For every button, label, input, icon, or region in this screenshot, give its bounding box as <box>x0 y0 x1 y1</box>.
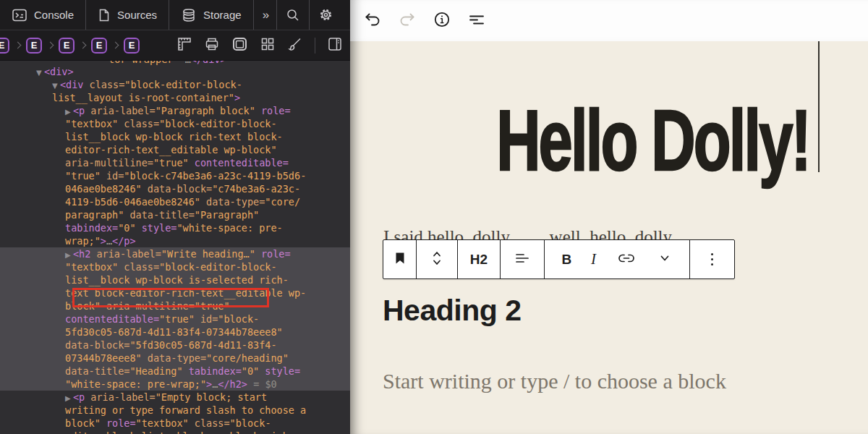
tab-storage[interactable]: Storage <box>169 0 254 30</box>
details-button[interactable] <box>433 12 451 30</box>
paintbrush-icon[interactable] <box>287 36 303 55</box>
code-token: > <box>101 235 106 247</box>
code-token: "Paragraph block" <box>156 105 261 116</box>
more-tabs-button[interactable]: » <box>254 0 277 30</box>
code-token: style= <box>142 222 177 234</box>
code-token: "white-space: pre- <box>176 222 282 234</box>
dom-line[interactable]: contenteditable="true" id="block- <box>0 312 350 326</box>
dom-line[interactable]: paragraph" data-title="Paragraph" <box>0 208 350 221</box>
search-button[interactable] <box>277 0 310 30</box>
disclosure-arrow-icon: ▶ <box>65 394 73 402</box>
breadcrumb-element-badge[interactable]: E <box>91 38 107 54</box>
code-token: paragraph" <box>65 209 129 221</box>
disclosure-arrow-icon: ▶ <box>65 251 73 259</box>
code-token: "true" <box>159 313 200 325</box>
grid-icon[interactable] <box>260 36 276 55</box>
dom-line[interactable]: editor-block-list__block wp-block rich <box>0 430 350 434</box>
options-button[interactable] <box>690 240 734 278</box>
dom-line[interactable]: "true" id="block-c74be3a6-a23c-4119-b5d6… <box>0 169 350 182</box>
dom-line[interactable]: 07344b78eee8" data-type="core/heading" <box>0 352 350 365</box>
dom-line[interactable]: editor-rich-text__editable wp-block" <box>0 143 350 156</box>
dom-line[interactable]: ▼ <div> <box>0 65 350 78</box>
dom-line[interactable]: writing or type forward slash to choose … <box>0 404 350 417</box>
dom-line[interactable]: data-block="5fd30c05-687d-4d11-83f4- <box>0 339 350 352</box>
code-token: id= <box>200 313 218 325</box>
code-token: "core/heading" <box>206 352 289 364</box>
code-token: data-title= <box>129 209 194 221</box>
highlight-red-box <box>72 288 269 307</box>
breadcrumb-element-badge[interactable]: E <box>124 38 140 54</box>
search-icon <box>286 8 300 22</box>
print-icon[interactable] <box>204 36 220 55</box>
block-mover-button[interactable] <box>417 240 458 278</box>
link-button[interactable] <box>616 250 637 270</box>
code-token: list__block wp-block is-selected rich- <box>65 274 289 286</box>
dom-line[interactable]: data-title="Heading" tabindex="0" style= <box>0 365 350 378</box>
tab-sources[interactable]: Sources <box>86 0 169 30</box>
undo-button[interactable] <box>363 12 382 30</box>
code-token: id= <box>106 170 124 182</box>
dom-line[interactable]: list__block wp-block is-selected rich- <box>0 273 350 286</box>
dom-line[interactable]: ▶ <h2 aria-label="Write heading…" role= <box>0 247 350 260</box>
ruler-icon[interactable] <box>176 36 192 55</box>
heading-block[interactable]: Heading 2 <box>383 294 521 328</box>
code-token: 4119-b5d6-046ae0be8246" <box>65 196 206 208</box>
redo-icon <box>398 11 417 31</box>
code-token: "c74be3a6-a23c- <box>212 183 300 195</box>
dom-line[interactable]: 046ae0be8246" data-block="c74be3a6-a23c- <box>0 182 350 195</box>
dom-line[interactable]: wrap;">…</p> <box>0 234 350 247</box>
dom-line[interactable]: 4119-b5d6-046ae0be8246" data-type="core/ <box>0 195 350 208</box>
sidebar-toggle-icon[interactable] <box>327 36 343 55</box>
code-token: > <box>234 92 240 103</box>
code-token: data-type= <box>206 196 265 208</box>
block-type-button[interactable] <box>383 240 417 278</box>
code-token: "true" <box>153 157 195 169</box>
italic-button[interactable]: I <box>591 250 596 268</box>
bold-button[interactable]: B <box>561 252 571 268</box>
code-token: <div> <box>44 66 74 77</box>
code-token: list__block wp-block rich-text block- <box>65 131 283 142</box>
dom-line[interactable]: "textbox" class="block-editor-block- <box>0 117 350 130</box>
dom-line[interactable]: ▼ <div class="block-editor-block- <box>0 78 350 91</box>
dom-line[interactable]: tor-wrapper" …</div> <box>0 61 226 66</box>
dom-line[interactable]: ▶ <p aria-label="Empty block; start <box>0 391 350 404</box>
dom-line[interactable]: "textbox" class="block-editor-block- <box>0 260 350 273</box>
breadcrumb-element-badge[interactable]: E <box>0 38 9 54</box>
dom-line[interactable]: block" role="textbox" class="block- <box>0 417 350 430</box>
code-token: > <box>206 378 212 390</box>
code-token: tor-wrapper" <box>109 61 185 65</box>
settings-button[interactable] <box>310 0 342 30</box>
empty-block-placeholder[interactable]: Start writing or type / to choose a bloc… <box>383 369 726 393</box>
redo-button[interactable] <box>398 12 417 30</box>
inspector-toolbar <box>176 36 350 55</box>
code-token: contenteditable= <box>65 313 159 325</box>
code-token: </p> <box>112 235 136 247</box>
breadcrumb-element-badge[interactable]: E <box>59 38 75 54</box>
dom-line[interactable]: tabindex="0" style="white-space: pre- <box>0 221 350 234</box>
post-title[interactable]: Hello Dolly! <box>350 97 868 184</box>
dom-line[interactable]: "white-space: pre-wrap;">…</h2> = $0 <box>0 378 350 391</box>
toolbar-divider <box>315 38 315 54</box>
format-buttons-group: B I <box>545 240 690 278</box>
dom-line[interactable]: list__layout is-root-container"> <box>0 91 350 104</box>
code-token: data-type= <box>148 352 206 364</box>
list-view-button[interactable] <box>467 12 486 30</box>
more-formats-button[interactable] <box>657 250 673 269</box>
dom-line[interactable]: aria-multiline="true" contenteditable= <box>0 156 350 169</box>
tab-console[interactable]: Console <box>0 0 86 30</box>
code-token: <p <box>73 105 90 116</box>
frame-icon[interactable] <box>231 36 248 55</box>
code-token: <div <box>60 79 90 90</box>
list-view-icon <box>467 11 486 31</box>
breadcrumb-element-badge[interactable]: E <box>26 38 42 54</box>
dom-line[interactable]: 5fd30c05-687d-4d11-83f4-07344b78eee8" <box>0 326 350 339</box>
devtools-tab-bar: Console Sources Storage » <box>0 0 350 30</box>
dom-line[interactable]: ▶ <p aria-label="Paragraph block" role= <box>0 104 350 117</box>
code-token: <p <box>73 391 90 403</box>
code-token: "white-space: pre-wrap;" <box>65 378 206 390</box>
code-token: "0" <box>118 222 142 234</box>
heading-level-button[interactable]: H2 <box>458 240 501 278</box>
code-token: style= <box>265 365 300 377</box>
align-button[interactable] <box>501 240 545 278</box>
dom-line[interactable]: list__block wp-block rich-text block- <box>0 130 350 143</box>
